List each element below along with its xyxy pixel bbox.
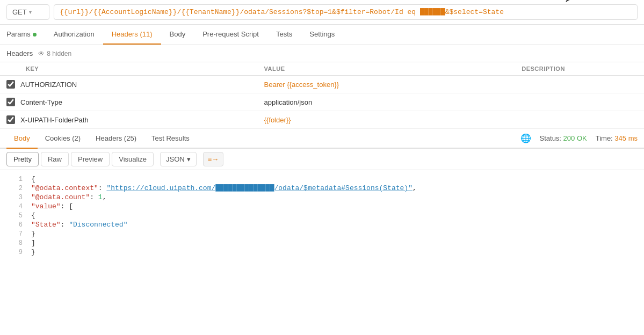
time-value: 345 ms <box>614 134 638 142</box>
headers-section: Headers 👁 8 hidden <box>0 45 644 62</box>
json-line: 5 { <box>0 211 644 220</box>
response-toolbar: Pretty Raw Preview Visualize JSON ▾ ≡→ <box>0 149 644 170</box>
value-cell: {{folder}} <box>258 111 516 129</box>
line-number: 6 <box>6 221 23 229</box>
json-line: 6 "State": "Disconnected" <box>0 220 644 229</box>
eye-icon: 👁 <box>38 50 45 57</box>
url-bar: GET ▾ Robot Id放这里 <box>0 0 644 25</box>
row-checkbox[interactable] <box>6 115 15 124</box>
response-tab-headers[interactable]: Headers (25) <box>88 129 144 149</box>
pretty-btn[interactable]: Pretty <box>6 152 39 166</box>
line-number: 1 <box>6 175 23 183</box>
globe-icon: 🌐 <box>520 133 531 143</box>
raw-btn[interactable]: Raw <box>41 152 69 166</box>
wrap-btn[interactable]: ≡→ <box>203 152 224 166</box>
headers-table: KEY VALUE DESCRIPTION AUTHORIZATIONBeare… <box>0 62 644 129</box>
svg-line-1 <box>566 0 585 2</box>
key-cell: X-UIPATH-FolderPath <box>0 111 258 129</box>
json-line: 1{ <box>0 174 644 184</box>
value-cell: Bearer {{access_token}} <box>258 76 516 93</box>
value-cell: application/json <box>258 93 516 111</box>
line-number: 8 <box>6 239 23 247</box>
tab-tests[interactable]: Tests <box>267 25 301 45</box>
url-input[interactable] <box>54 4 638 20</box>
json-line: 7 } <box>0 229 644 238</box>
method-text: GET <box>12 8 27 16</box>
response-tab-cookies[interactable]: Cookies (2) <box>38 129 88 149</box>
line-number: 9 <box>6 248 23 256</box>
format-label: JSON <box>166 155 185 163</box>
response-tab-body[interactable]: Body <box>6 129 38 149</box>
key-text: AUTHORIZATION <box>20 81 77 89</box>
format-select[interactable]: JSON ▾ <box>160 152 197 166</box>
desc-cell <box>515 93 644 111</box>
preview-btn[interactable]: Preview <box>71 152 110 166</box>
key-cell: Content-Type <box>0 93 258 111</box>
row-checkbox[interactable] <box>6 80 15 89</box>
table-row: AUTHORIZATIONBearer {{access_token}} <box>0 76 644 93</box>
json-line: 3 "@odata.count": 1, <box>0 193 644 202</box>
col-value: VALUE <box>258 62 516 76</box>
request-tabs: Params Authorization Headers (11) Body P… <box>0 25 644 45</box>
line-number: 2 <box>6 184 23 192</box>
headers-label: Headers <box>6 49 33 57</box>
status-value: 200 OK <box>563 134 587 142</box>
table-header-row: KEY VALUE DESCRIPTION <box>0 62 644 76</box>
row-checkbox[interactable] <box>6 98 15 106</box>
desc-cell <box>515 76 644 93</box>
tab-prerequest[interactable]: Pre-request Script <box>194 25 267 45</box>
col-desc: DESCRIPTION <box>515 62 644 76</box>
hidden-badge: 👁 8 hidden <box>38 50 71 57</box>
json-line: 4 "value": [ <box>0 202 644 211</box>
method-selector[interactable]: GET ▾ <box>6 4 49 20</box>
value-text: Bearer {{access_token}} <box>264 81 339 89</box>
line-number: 7 <box>6 230 23 238</box>
method-chevron: ▾ <box>29 9 32 15</box>
json-line: 2 "@odata.context": "https://cloud.uipat… <box>0 184 644 193</box>
wrap-icon: ≡→ <box>208 155 219 163</box>
table-row: Content-Typeapplication/json <box>0 93 644 111</box>
desc-cell <box>515 111 644 129</box>
tab-body[interactable]: Body <box>161 25 194 45</box>
format-chevron: ▾ <box>187 155 191 163</box>
json-line: 9} <box>0 247 644 257</box>
status-label: Status: 200 OK <box>540 134 587 142</box>
tab-params[interactable]: Params <box>6 25 45 45</box>
response-tab-testresults[interactable]: Test Results <box>144 129 197 149</box>
tab-settings[interactable]: Settings <box>301 25 343 45</box>
table-row: X-UIPATH-FolderPath{{folder}} <box>0 111 644 129</box>
key-cell: AUTHORIZATION <box>0 76 258 93</box>
value-text: application/json <box>264 98 313 106</box>
hidden-count: 8 hidden <box>47 50 71 57</box>
line-number: 3 <box>6 193 23 201</box>
key-text: Content-Type <box>20 98 62 106</box>
json-viewer: 1{2 "@odata.context": "https://cloud.uip… <box>0 170 644 261</box>
response-meta: 🌐 Status: 200 OK Time: 345 ms <box>520 133 638 143</box>
col-key: KEY <box>0 62 258 76</box>
tab-authorization[interactable]: Authorization <box>45 25 103 45</box>
value-text: {{folder}} <box>264 116 291 124</box>
key-text: X-UIPATH-FolderPath <box>20 116 89 124</box>
visualize-btn[interactable]: Visualize <box>112 152 154 166</box>
tab-headers[interactable]: Headers (11) <box>103 25 161 45</box>
params-dot <box>33 33 37 37</box>
json-line: 8 ] <box>0 238 644 247</box>
line-number: 4 <box>6 202 23 210</box>
line-number: 5 <box>6 212 23 220</box>
time-label: Time: 345 ms <box>596 134 638 142</box>
response-tabs: Body Cookies (2) Headers (25) Test Resul… <box>0 129 644 149</box>
